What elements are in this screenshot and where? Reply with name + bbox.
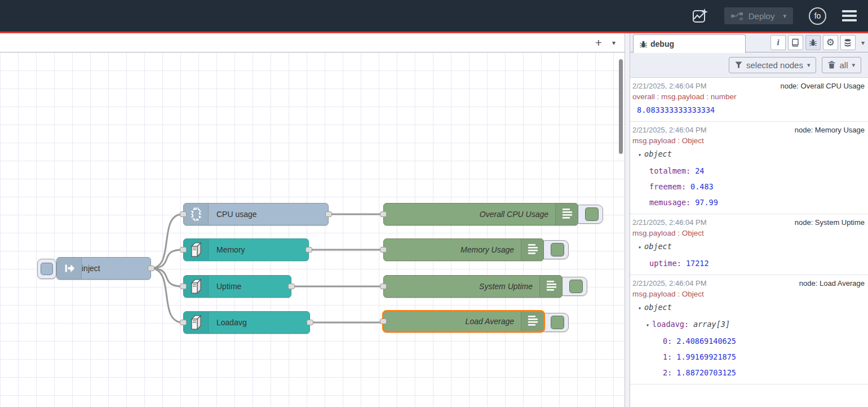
cpu-chip-icon xyxy=(184,203,209,225)
debug-toolbar: selected nodes ▾ all ▾ xyxy=(630,52,868,78)
debug-message[interactable]: 2/21/2025, 2:46:04 PM node: Overall CPU … xyxy=(630,78,868,122)
add-flow-button[interactable]: + xyxy=(595,37,602,48)
canvas-scrollbar[interactable] xyxy=(619,59,623,154)
deploy-caret-icon[interactable]: ▾ xyxy=(783,12,786,20)
message-property-path: msg.payload : Object xyxy=(632,135,865,146)
property-value: 24 xyxy=(695,166,704,175)
array-value: 1.99169921875 xyxy=(676,352,736,361)
sidebar-tool-buttons: i xyxy=(770,35,865,50)
sidebar-resize-handle[interactable] xyxy=(625,33,630,407)
tab-debug[interactable]: debug xyxy=(633,34,746,53)
debug-message[interactable]: 2/21/2025, 2:46:04 PM node: Load Average… xyxy=(630,275,868,384)
message-timestamp: 2/21/2025, 2:46:04 PM xyxy=(632,278,707,289)
node-label: Load Average xyxy=(384,317,514,326)
server-tower-icon xyxy=(184,276,209,297)
input-port[interactable] xyxy=(380,247,387,253)
collapse-caret-icon[interactable]: ▾ xyxy=(638,244,641,250)
property-key: memusage: xyxy=(649,198,690,207)
node-loadavg[interactable]: Loadavg xyxy=(183,311,310,334)
input-port[interactable] xyxy=(380,318,387,324)
collapse-caret-icon[interactable]: ▾ xyxy=(638,305,641,311)
input-port[interactable] xyxy=(380,211,387,217)
deploy-label: Deploy xyxy=(749,11,775,21)
collapse-caret-icon[interactable]: ▾ xyxy=(646,322,649,328)
database-icon xyxy=(843,38,852,47)
sidebar-menu-caret-icon[interactable]: ▾ xyxy=(861,39,865,47)
node-label: Memory Usage xyxy=(384,245,514,254)
debug-enable-toggle[interactable] xyxy=(559,277,587,296)
output-port[interactable] xyxy=(307,320,313,325)
inject-arrow-icon xyxy=(57,258,82,279)
node-debug-overall-cpu[interactable]: Overall CPU Usage xyxy=(383,203,578,225)
node-debug-uptime[interactable]: System Uptime xyxy=(383,275,563,298)
message-value: 8.083333333333334 xyxy=(637,105,715,114)
server-tower-icon xyxy=(184,312,209,333)
deploy-button[interactable]: Deploy ▾ xyxy=(724,7,793,24)
sidebar: debug i xyxy=(630,33,868,407)
debug-enable-toggle[interactable] xyxy=(575,205,603,224)
object-type: object xyxy=(644,149,672,158)
node-uptime[interactable]: Uptime xyxy=(183,275,291,298)
filter-funnel-icon xyxy=(735,61,742,68)
input-port[interactable] xyxy=(180,284,187,289)
output-port[interactable] xyxy=(288,284,295,289)
filter-label: selected nodes xyxy=(746,60,803,70)
input-port[interactable] xyxy=(180,320,187,325)
info-icon: i xyxy=(777,38,779,47)
config-tab-button[interactable]: ⚙ xyxy=(823,35,838,50)
user-avatar[interactable]: fo xyxy=(809,7,826,25)
wire[interactable] xyxy=(150,268,183,286)
flow-list-caret-icon[interactable]: ▾ xyxy=(612,39,615,47)
output-port[interactable] xyxy=(325,211,332,217)
debug-filter-button[interactable]: selected nodes ▾ xyxy=(729,57,816,73)
node-red-app: Deploy ▾ fo + ▾ xyxy=(0,0,868,407)
deploy-flow-icon xyxy=(731,12,743,20)
ai-assistant-button[interactable] xyxy=(692,7,708,24)
array-index: 2: xyxy=(663,368,672,377)
debug-message[interactable]: 2/21/2025, 2:46:04 PM node: Memory Usage… xyxy=(630,122,868,214)
help-tab-button[interactable] xyxy=(788,35,803,50)
node-memory[interactable]: Memory xyxy=(183,238,309,261)
debug-tab-button[interactable] xyxy=(805,35,821,50)
property-key: loadavg: xyxy=(652,320,689,329)
node-label: inject xyxy=(82,264,100,273)
flow-canvas[interactable]: inject CPU usage xyxy=(0,52,625,407)
clear-caret-icon: ▾ xyxy=(852,61,855,69)
wire[interactable] xyxy=(150,250,183,268)
context-tab-button[interactable] xyxy=(840,35,856,50)
debug-output-icon xyxy=(521,239,543,260)
debug-output-icon xyxy=(521,312,543,331)
debug-enable-toggle[interactable] xyxy=(541,240,569,259)
inject-trigger-button[interactable] xyxy=(37,259,56,279)
collapse-caret-icon[interactable]: ▾ xyxy=(638,152,641,158)
book-icon xyxy=(791,38,800,47)
output-port[interactable] xyxy=(148,266,154,271)
array-value: 1.88720703125 xyxy=(676,368,736,377)
filter-caret-icon: ▾ xyxy=(807,61,811,69)
node-cpu-usage[interactable]: CPU usage xyxy=(183,203,329,225)
tab-debug-label: debug xyxy=(650,39,674,48)
node-inject[interactable]: inject xyxy=(56,257,151,280)
message-property-path: msg.payload : Object xyxy=(632,228,865,238)
debug-message-list[interactable]: 2/21/2025, 2:46:04 PM node: Overall CPU … xyxy=(630,78,868,407)
node-debug-load-average[interactable]: Load Average xyxy=(382,310,545,333)
debug-message[interactable]: 2/21/2025, 2:46:04 PM node: System Uptim… xyxy=(630,214,868,275)
input-port[interactable] xyxy=(380,284,387,289)
object-type: object xyxy=(644,303,672,312)
message-source-node: node: System Uptime xyxy=(795,217,865,228)
bug-icon xyxy=(809,38,817,47)
input-port[interactable] xyxy=(180,247,187,253)
server-tower-icon xyxy=(184,239,209,260)
node-debug-memory[interactable]: Memory Usage xyxy=(383,238,544,261)
main-menu-button[interactable] xyxy=(842,10,857,21)
debug-output-icon xyxy=(539,276,562,297)
message-property-path: msg.payload : Object xyxy=(632,289,865,299)
message-source-node: node: Load Average xyxy=(799,278,865,289)
debug-clear-button[interactable]: all ▾ xyxy=(822,57,861,73)
trash-icon xyxy=(828,61,835,69)
property-value: 0.483 xyxy=(690,182,714,191)
input-port[interactable] xyxy=(180,211,187,217)
array-value: 2.40869140625 xyxy=(676,337,736,346)
info-tab-button[interactable]: i xyxy=(770,35,786,50)
output-port[interactable] xyxy=(305,247,312,253)
